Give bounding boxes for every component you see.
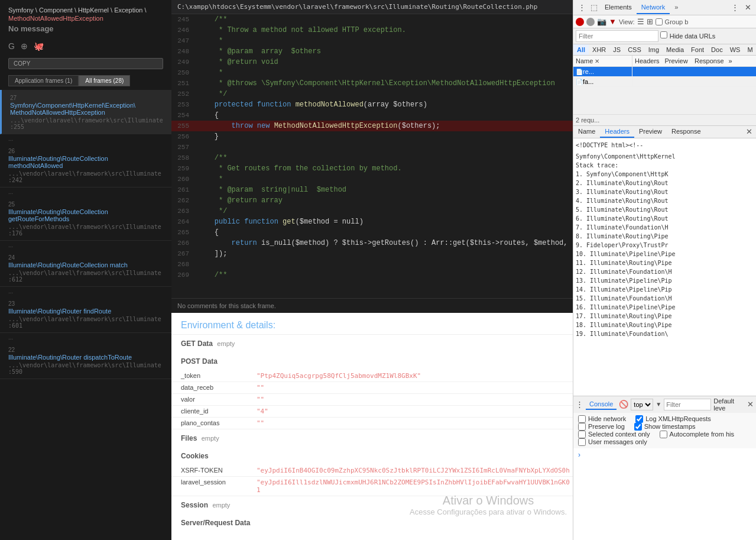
col-name-close[interactable]: ✕ — [593, 58, 601, 64]
type-tab-img[interactable]: Img — [645, 44, 663, 55]
autocomplete-opt[interactable]: Autocomplete from his — [660, 431, 734, 438]
server-label: Server/Request Data — [171, 514, 573, 532]
tab-elements[interactable]: Elements — [600, 1, 637, 14]
col-response[interactable]: Response — [692, 56, 726, 66]
detail-tab-name[interactable]: Name — [573, 126, 600, 138]
col-more[interactable]: » — [726, 56, 756, 66]
devtools-inspect-icon[interactable]: ⬚ — [588, 2, 600, 13]
hide-network-checkbox[interactable] — [578, 415, 586, 423]
autocomplete-checkbox[interactable] — [660, 431, 667, 438]
type-tab-css[interactable]: CSS — [624, 44, 645, 55]
preserve-log-opt[interactable]: Preserve log — [578, 423, 625, 431]
col-preview[interactable]: Preview — [662, 56, 692, 66]
code-line-267: 267 ]); — [171, 248, 573, 259]
filter-icon[interactable]: ▼ — [609, 17, 617, 26]
session-label: Session empty — [171, 496, 573, 514]
hide-network-opt[interactable]: Hide network — [578, 415, 626, 423]
selected-context-checkbox[interactable] — [578, 431, 586, 438]
selected-context-opt[interactable]: Selected context only — [578, 431, 650, 438]
console-arrow[interactable]: › — [573, 448, 756, 461]
code-line-251: 251 * @throws \Symfony\Component\HttpKer… — [171, 78, 573, 89]
preserve-log-checkbox[interactable] — [578, 423, 586, 431]
stackoverflow-icon[interactable]: ⊕ — [21, 41, 28, 51]
log-xml-opt[interactable]: Log XMLHttpRequests — [635, 415, 711, 423]
type-tab-all[interactable]: All — [573, 44, 589, 55]
console-context-select[interactable]: top — [631, 399, 653, 410]
hide-data-checkbox[interactable] — [660, 31, 667, 38]
console-filter-input[interactable] — [664, 399, 711, 410]
detail-panel: Name Headers Preview Response ✕ <!DOCTYP… — [573, 125, 756, 396]
type-tab-js[interactable]: JS — [609, 44, 624, 55]
type-tab-font[interactable]: Font — [687, 44, 708, 55]
stack-class-22: Illuminate\Routing\Router dispatchToRout… — [8, 354, 163, 361]
left-icon-bar: G ⊕ 🐙 — [8, 41, 163, 51]
detail-close-button[interactable]: ✕ — [742, 126, 756, 138]
files-label: Files empty — [171, 429, 573, 447]
user-messages-checkbox[interactable] — [578, 438, 586, 446]
get-data-label: GET Data empty — [171, 335, 573, 353]
net-row-fa[interactable]: 📄 fa... — [573, 77, 756, 87]
console-level: Default leve — [713, 397, 745, 412]
stack-class-24: Illuminate\Routing\RouteCollection match — [8, 261, 163, 269]
clear-console-icon[interactable]: 🚫 — [619, 400, 628, 409]
type-tab-ws[interactable]: WS — [726, 44, 744, 55]
console-opt-row-4: User messages only — [578, 438, 751, 446]
group-by-checkbox[interactable] — [656, 18, 663, 25]
type-tab-xhr[interactable]: XHR — [589, 44, 609, 55]
stack-item-22[interactable]: 22 Illuminate\Routing\Router dispatchToR… — [0, 342, 171, 379]
col-headers[interactable]: Headers — [632, 56, 662, 66]
stack-class-25: Illuminate\Routing\RouteCollection getRo… — [8, 208, 163, 222]
list-view-icon[interactable]: ☰ — [637, 17, 644, 26]
console-tab[interactable]: Console — [586, 399, 617, 410]
google-icon[interactable]: G — [8, 41, 15, 51]
copy-button[interactable]: COPY — [8, 58, 163, 69]
camera-icon[interactable]: 📷 — [597, 17, 606, 26]
type-tab-media[interactable]: Media — [663, 44, 687, 55]
detail-tab-preview[interactable]: Preview — [634, 126, 667, 138]
net-row-re[interactable]: 📄 re... — [573, 67, 756, 77]
show-timestamps-opt[interactable]: Show timestamps — [634, 423, 696, 431]
console-opt-row-2: Preserve log Show timestamps — [578, 423, 751, 431]
all-frames-button[interactable]: All frames (28) — [79, 75, 130, 86]
console-dots-icon[interactable]: ⋮ — [576, 400, 583, 409]
devtools-menu-icon[interactable]: ⋮ — [729, 2, 741, 13]
tab-network[interactable]: Network — [637, 1, 670, 14]
env-table-3: Session empty Server/Request Data — [171, 496, 573, 532]
type-tab-m[interactable]: M — [744, 44, 756, 55]
record-icon[interactable] — [576, 18, 584, 26]
devtools-close-icon[interactable]: ✕ — [742, 2, 754, 13]
net-row-name-fa: fa... — [583, 78, 593, 85]
post-row-cliente_id: cliente_id "4" — [171, 406, 573, 418]
stack-item-25[interactable]: 25 Illuminate\Routing\RouteCollection ge… — [0, 196, 171, 241]
stack-item-24[interactable]: 24 Illuminate\Routing\RouteCollection ma… — [0, 250, 171, 287]
network-list-header: Name ✕ Headers Preview Response » — [573, 56, 756, 67]
stack-item-23[interactable]: 23 Illuminate\Routing\Router findRoute .… — [0, 296, 171, 333]
exception-namespace: Symfony \ Component \ HttpKernel \ Excep… — [8, 6, 163, 15]
github-icon[interactable]: 🐙 — [34, 41, 44, 51]
stack-item-26[interactable]: 26 Illuminate\Routing\RouteCollection me… — [0, 143, 171, 187]
show-timestamps-checkbox[interactable] — [634, 423, 642, 431]
cookies-label: Cookies — [171, 447, 573, 465]
stop-icon[interactable] — [586, 18, 595, 26]
grid-view-icon[interactable]: ⊞ — [647, 17, 653, 26]
user-messages-opt[interactable]: User messages only — [578, 438, 647, 446]
console-context-arrow: ▼ — [656, 401, 661, 408]
code-area[interactable]: 245 /** 246 * Throw a method not allowed… — [171, 14, 573, 298]
console-options: Hide network Log XMLHttpRequests Preserv… — [573, 413, 756, 448]
code-line-256: 256 } — [171, 131, 573, 142]
devtools-icon-group: ⋮ ✕ — [729, 2, 754, 13]
type-tab-doc[interactable]: Doc — [708, 44, 726, 55]
filter-input[interactable] — [576, 30, 658, 42]
log-xml-checkbox[interactable] — [635, 415, 643, 423]
detail-tab-headers[interactable]: Headers — [600, 126, 634, 138]
devtools-panel: ⋮ ⬚ Elements Network » ⋮ ✕ 📷 ▼ View: ☰ ⊞… — [573, 0, 756, 540]
hide-data-label: Hide data URLs — [670, 33, 716, 40]
tab-more[interactable]: » — [670, 1, 683, 14]
detail-tab-response[interactable]: Response — [667, 126, 706, 138]
app-frames-button[interactable]: Application frames (1) — [8, 75, 79, 86]
stack-item-27[interactable]: 27 Symfony\Component\HttpKernel\Exceptio… — [0, 90, 171, 134]
console-close-button[interactable]: ✕ — [747, 400, 754, 409]
post-row-data_receb: data_receb "" — [171, 382, 573, 394]
devtools-dots-icon[interactable]: ⋮ — [576, 2, 588, 13]
code-line-259: 259 * Get routes from the collection by … — [171, 163, 573, 174]
